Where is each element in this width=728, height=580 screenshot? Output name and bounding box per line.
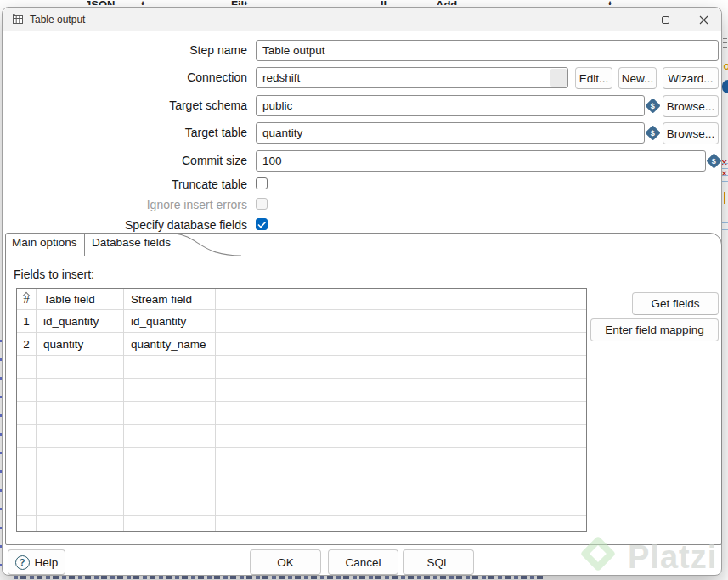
maximize-button[interactable]	[646, 8, 685, 31]
stream-field-cell[interactable]: quantity_name	[123, 338, 215, 351]
minimize-button[interactable]	[608, 8, 646, 31]
table-row-empty[interactable]	[17, 448, 586, 470]
titlebar[interactable]: Table output	[3, 8, 721, 31]
table-output-step-icon	[12, 14, 24, 25]
table-row-empty[interactable]	[17, 402, 586, 425]
table-field-cell[interactable]: quantity	[36, 338, 123, 351]
target-schema-browse-button[interactable]: Browse...	[663, 95, 719, 117]
column-header-stream-field[interactable]: Stream field	[123, 293, 215, 306]
help-button[interactable]: ? Help	[8, 549, 65, 575]
table-field-cell[interactable]: id_quantity	[36, 315, 123, 328]
variable-substitution-icon: $	[645, 125, 660, 140]
get-fields-button[interactable]: Get fields	[632, 292, 719, 315]
truncate-table-checkbox[interactable]	[256, 177, 268, 189]
hop-line-fragment	[722, 222, 728, 223]
target-table-input[interactable]	[256, 122, 645, 144]
specify-database-fields-checkbox[interactable]	[256, 218, 268, 230]
hop-line-fragment	[722, 181, 728, 182]
commit-size-input[interactable]	[256, 150, 706, 172]
screen: JSON t Filt ll Add t ol ✕ ✕	[0, 0, 728, 580]
target-table-label: Target table	[3, 125, 247, 141]
variable-substitution-icon: $	[706, 153, 721, 168]
help-icon: ?	[15, 555, 30, 570]
cancel-button[interactable]: Cancel	[328, 549, 398, 575]
column-separator	[36, 289, 37, 531]
help-label: Help	[35, 556, 59, 569]
column-header-table-field[interactable]: Table field	[36, 293, 123, 306]
row-number: 1	[17, 315, 36, 328]
active-tab-curve	[175, 233, 245, 257]
orange-mark-fragment	[724, 192, 725, 204]
bg-step-label-fragment: t	[608, 0, 612, 5]
background-canvas-right-strip: ol ✕ ✕	[722, 0, 728, 580]
background-canvas-top-strip: JSON t Filt ll Add t	[0, 0, 728, 5]
window-title: Table output	[30, 14, 85, 25]
hop-line-fragment	[722, 163, 728, 164]
bg-step-label-fragment: t	[141, 0, 144, 5]
table-row-empty[interactable]	[17, 379, 586, 402]
target-schema-input[interactable]	[256, 95, 645, 116]
enter-field-mapping-button[interactable]: Enter field mapping	[590, 318, 719, 341]
fields-to-insert-caption: Fields to insert:	[14, 267, 94, 281]
ok-button[interactable]: OK	[250, 549, 321, 575]
bg-step-label-fragment: ll	[381, 0, 387, 5]
table-row-empty[interactable]	[17, 425, 586, 448]
blue-node-icon-fragment	[722, 80, 728, 93]
row-number: 2	[17, 338, 36, 351]
target-schema-label: Target schema	[3, 98, 247, 114]
bg-step-label-fragment: Add	[436, 0, 457, 5]
column-separator	[123, 289, 124, 531]
commit-size-label: Commit size	[3, 153, 247, 169]
truncate-table-label: Truncate table	[3, 177, 247, 193]
table-row[interactable]: 2 quantity quantity_name	[17, 333, 586, 356]
step-name-input[interactable]	[256, 40, 719, 61]
tab-main-options[interactable]: Main options	[12, 236, 77, 249]
table-output-dialog: Table output Step name Connection Edit..…	[2, 7, 722, 576]
hop-line-fragment	[722, 175, 728, 176]
specify-database-fields-label: Specify database fields	[3, 217, 247, 234]
close-button[interactable]	[685, 8, 723, 31]
table-row-empty[interactable]	[17, 493, 586, 516]
table-row-empty[interactable]	[17, 470, 586, 493]
connection-wizard-button[interactable]: Wizard...	[663, 67, 719, 89]
tab-database-fields[interactable]: Database fields	[92, 236, 171, 249]
connection-combo-icon[interactable]	[550, 69, 567, 87]
bg-step-label-fragment: JSON	[85, 0, 115, 5]
hop-line-fragment	[722, 229, 728, 230]
tab-divider	[84, 233, 85, 256]
hop-line-fragment	[722, 168, 728, 169]
bg-step-label-fragment: Filt	[231, 0, 248, 5]
connection-input[interactable]	[256, 67, 568, 88]
sort-ascending-icon	[24, 291, 29, 296]
step-name-label: Step name	[3, 42, 247, 59]
fields-table[interactable]: # Table field Stream field 1 id_quantity…	[16, 288, 587, 532]
target-table-browse-button[interactable]: Browse...	[663, 122, 719, 144]
sql-button[interactable]: SQL	[403, 549, 474, 575]
ignore-insert-errors-label: Ignore insert errors	[3, 197, 247, 213]
table-row-empty[interactable]	[17, 356, 586, 379]
ignore-insert-errors-checkbox	[256, 198, 268, 210]
menu-lines-icon-fragment	[723, 38, 727, 50]
table-row-empty[interactable]	[17, 516, 586, 532]
column-separator	[215, 289, 216, 531]
stream-field-cell[interactable]: id_quantity	[123, 315, 215, 328]
connection-label: Connection	[3, 70, 247, 86]
variable-substitution-icon: $	[645, 98, 660, 113]
table-row[interactable]: 1 id_quantity id_quantity	[17, 310, 586, 333]
table-header-row[interactable]: # Table field Stream field	[17, 289, 586, 310]
connection-new-button[interactable]: New...	[618, 67, 657, 89]
connection-edit-button[interactable]: Edit...	[575, 67, 612, 89]
annotation-text-fragment: ol	[723, 59, 728, 72]
column-header-num[interactable]: #	[17, 293, 36, 306]
